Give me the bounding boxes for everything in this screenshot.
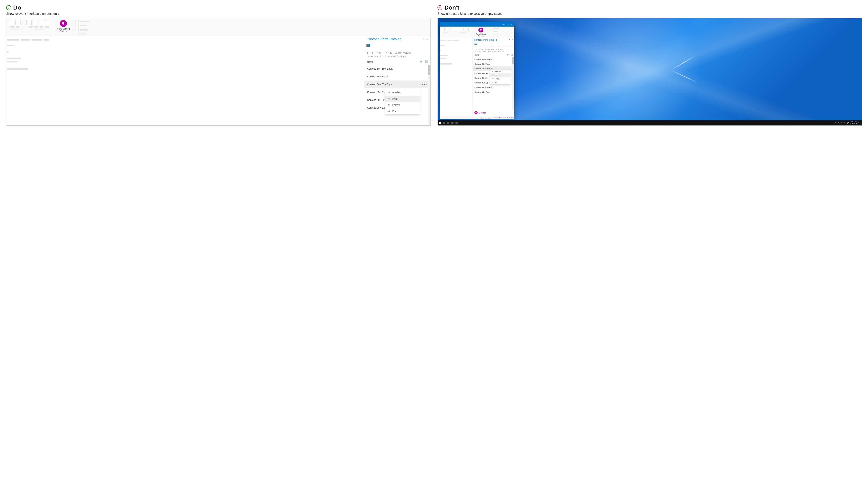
list-item[interactable]: Contoso 85w Equal [473, 62, 514, 66]
list-item[interactable]: Contoso 60 - 65w Equal [473, 57, 514, 62]
taskbar-app-icon[interactable] [455, 122, 458, 124]
taskpane-title: Contoso Parts Catalog [366, 37, 401, 41]
list-item[interactable]: Contoso 85w Equal [473, 90, 514, 94]
window-close-icon[interactable]: ✕ [511, 23, 513, 26]
do-screenshot: Parts Catalog Contoso [6, 18, 430, 126]
svg-point-18 [841, 123, 842, 123]
lightbulb-icon [60, 20, 67, 27]
zoom-value: 100% [509, 117, 513, 118]
scrollbar[interactable] [512, 57, 514, 110]
svg-rect-2 [425, 62, 426, 63]
menu-item-format[interactable]: Format [490, 77, 511, 81]
svg-rect-16 [838, 122, 839, 123]
taskbar-app-icon[interactable] [447, 122, 450, 124]
app-window: — ☐ ✕ [440, 22, 514, 119]
svg-rect-9 [512, 54, 513, 55]
ribbon-button-label2: Contoso [57, 30, 70, 32]
view-mode-button[interactable] [481, 117, 484, 119]
window-minimize-icon[interactable]: — [503, 23, 505, 25]
dont-title: Don't [444, 4, 459, 11]
view-mode-button[interactable] [485, 117, 487, 119]
svg-point-5 [389, 92, 390, 93]
menu-item-insert[interactable]: Insert [490, 74, 511, 77]
svg-rect-11 [512, 55, 513, 55]
context-menu: Preview Insert Format [385, 89, 420, 115]
svg-rect-10 [511, 55, 512, 55]
menu-item-pin[interactable]: Pin [490, 81, 511, 84]
svg-point-15 [493, 79, 493, 79]
wifi-icon[interactable] [841, 122, 842, 124]
sort-arrow-icon: ↓ [479, 54, 480, 56]
taskpane-close-icon[interactable]: ✕ [511, 39, 513, 41]
svg-point-14 [492, 78, 492, 79]
language-icon[interactable] [847, 122, 849, 124]
results-list: Contoso 60 - 65w Equal Contoso 85w Equal… [364, 65, 430, 124]
parts-catalog-ribbon-button[interactable]: Parts Catalog Contoso [57, 20, 70, 32]
list-item[interactable]: Contoso 85w Equal [364, 73, 430, 80]
view-mode-button[interactable] [488, 117, 491, 119]
brand-name: Contoso [479, 112, 486, 114]
dont-subtitle: Show unrelated UI and excessive empty sp… [438, 12, 862, 16]
taskbar-clock[interactable]: 6:30 AM 7/30/2015 [850, 121, 857, 124]
dont-screenshot: — ☐ ✕ [438, 18, 862, 126]
list-item-selected[interactable]: Contoso 60 - 65w Equal • • • [364, 80, 430, 88]
task-pane: Contoso Parts Catalog ▼ ✕ LED - R30 - 27… [364, 36, 430, 124]
window-titlebar: — ☐ ✕ [440, 22, 514, 27]
taskbar-app-icon[interactable] [451, 122, 454, 124]
lightbulb-icon [478, 28, 483, 32]
svg-rect-3 [427, 62, 427, 63]
ribbon: Parts Catalog Contoso [7, 18, 430, 36]
check-icon [6, 5, 11, 10]
dont-column: Don't Show unrelated UI and excessive em… [438, 4, 862, 126]
column-header-name[interactable]: Name [367, 61, 373, 63]
more-icon[interactable]: • • • [422, 83, 428, 86]
svg-rect-1 [427, 61, 427, 62]
svg-rect-20 [859, 122, 860, 123]
menu-item-preview[interactable]: Preview [385, 89, 420, 96]
do-column: Do Show relevant interface elements only… [6, 4, 430, 126]
document-area [7, 36, 364, 124]
parts-catalog-ribbon-button[interactable]: Parts Catalog Contoso [476, 28, 486, 37]
do-title: Do [13, 4, 21, 11]
tray-chevron-icon[interactable]: ⌃ [835, 122, 836, 124]
scrollbar[interactable] [428, 65, 430, 124]
menu-item-preview[interactable]: Preview [490, 70, 511, 74]
sort-icon[interactable] [420, 61, 423, 63]
results-subheading: 16 results in LED - R30 - 60-65 Watt Equ… [367, 55, 428, 57]
menu-item-insert[interactable]: Insert [385, 96, 420, 102]
list-item[interactable]: Contoso 60 - 65w Equal [364, 65, 430, 73]
svg-rect-0 [425, 61, 426, 62]
desktop-background: — ☐ ✕ [438, 18, 861, 126]
taskpane-dropdown-icon[interactable]: ▼ [508, 39, 510, 41]
zoom-slider[interactable] [494, 117, 506, 118]
hamburger-menu-button[interactable] [473, 42, 514, 45]
context-menu: Preview Insert Format Pin [490, 69, 511, 84]
svg-point-6 [389, 104, 389, 105]
list-item[interactable]: Contoso 60 - 65w Equal [473, 85, 514, 90]
battery-icon[interactable] [838, 122, 839, 124]
taskpane-close-icon[interactable]: ✕ [426, 38, 428, 40]
menu-item-pin[interactable]: Pin [385, 108, 420, 114]
svg-rect-17 [839, 123, 839, 123]
zoom-out-button[interactable]: − [492, 117, 493, 118]
svg-rect-8 [511, 54, 512, 55]
zoom-in-button[interactable]: + [507, 117, 508, 118]
do-subtitle: Show relevant interface elements only. [6, 12, 430, 16]
cross-icon [438, 5, 442, 10]
grid-view-icon[interactable] [425, 61, 428, 63]
sort-icon[interactable] [507, 54, 509, 56]
taskpane-dropdown-icon[interactable]: ▼ [423, 38, 425, 40]
taskbar-app-icon[interactable] [443, 122, 445, 124]
start-button-icon[interactable] [439, 122, 441, 124]
brand-footer: C Contoso [473, 110, 514, 116]
hamburger-menu-button[interactable] [364, 42, 430, 49]
menu-item-format[interactable]: Format [385, 102, 420, 108]
window-maximize-icon[interactable]: ☐ [507, 23, 509, 26]
taskpane-title: Contoso Parts Catalog [474, 39, 497, 41]
status-bar: − + 100% [440, 116, 514, 119]
grid-view-icon[interactable] [511, 54, 513, 56]
action-center-icon[interactable] [858, 122, 860, 124]
windows-taskbar: ⌃ 6:30 AM 7/30/2015 [438, 120, 861, 126]
ribbon-button-label1: Parts Catalog [57, 28, 70, 30]
volume-icon[interactable] [844, 122, 846, 124]
